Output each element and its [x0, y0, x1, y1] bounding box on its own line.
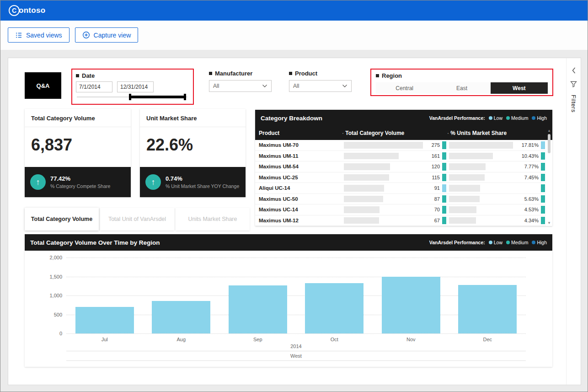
region-option-east[interactable]: East [433, 82, 490, 94]
table-body: Maximus UM-7027517.81%Maximus UM-1116110… [255, 140, 546, 226]
performance-indicator-medium [541, 152, 545, 160]
manufacturer-dropdown[interactable]: All [209, 80, 272, 92]
legend-item-high[interactable]: High [532, 115, 547, 121]
bar-jul[interactable] [75, 307, 134, 333]
capture-view-button[interactable]: Capture view [75, 27, 139, 43]
bar-sep[interactable] [229, 285, 287, 333]
data-bar [344, 163, 390, 170]
cell-value: 161 [432, 153, 440, 159]
table-row-aliqui-uc-14[interactable]: Aliqui UC-1491 [255, 183, 546, 194]
saved-views-label: Saved views [26, 32, 62, 39]
table-row-maximus-uc-50[interactable]: Maximus UC-50875.63% [255, 194, 546, 205]
bar-dec[interactable] [458, 285, 517, 333]
legend-item-low[interactable]: Low [489, 115, 502, 121]
data-bar [449, 217, 476, 224]
kpi-card-unit-market-share: Unit Market Share 22.6% ↑ 0.74% % Unit M… [140, 109, 246, 197]
bar-oct[interactable] [305, 283, 363, 333]
legend-item-medium[interactable]: Medium [506, 240, 528, 245]
filter-funnel-icon[interactable] [570, 81, 577, 87]
square-bullet-icon [209, 72, 212, 75]
performance-indicator-medium [541, 206, 545, 214]
table-row-maximus-um-70[interactable]: Maximus UM-7027517.81% [255, 140, 546, 151]
data-bar [449, 163, 486, 170]
column-header-product[interactable]: Product [255, 130, 342, 136]
volume-cell: 87 [342, 194, 447, 204]
date-slicer: Date [71, 69, 194, 105]
table-row-maximus-uc-14[interactable]: Maximus UC-14704.53% [255, 204, 546, 215]
legend-item-high[interactable]: High [532, 240, 547, 245]
legend-dot-icon [506, 241, 510, 244]
scrollbar-thumb[interactable] [548, 134, 551, 153]
cell-value: 10.43% [522, 153, 539, 159]
performance-indicator-medium [442, 174, 446, 182]
column-header-share[interactable]: % Units Market Share [447, 130, 546, 136]
up-arrow-icon: ↑ [145, 174, 161, 190]
scroll-down-icon[interactable]: ▾ [548, 220, 551, 225]
bar-nov[interactable] [382, 277, 440, 334]
data-bar [344, 174, 389, 181]
gridline [66, 315, 526, 315]
kpi-footer: ↑ 0.74% % Unit Market Share YOY Change [140, 167, 246, 197]
data-bar [449, 196, 480, 203]
performance-indicator-medium [442, 195, 446, 203]
legend-dot-icon [489, 116, 492, 120]
volume-cell: 67 [342, 215, 447, 226]
category-breakdown-panel: Category Breakdown VanArsdel Performance… [255, 110, 552, 226]
region-option-west[interactable]: West [491, 82, 548, 94]
cell-value: 275 [432, 142, 440, 148]
y-axis-label: 500 [33, 312, 62, 317]
slider-handle-end[interactable] [184, 94, 186, 100]
saved-views-button[interactable]: Saved views [8, 27, 69, 43]
tab-total-unit-of-vanarsdel[interactable]: Total Unit of VanArsdel [100, 208, 174, 231]
expand-panel-chevron-icon[interactable] [572, 67, 576, 74]
region-option-central[interactable]: Central [376, 82, 433, 94]
legend-item-low[interactable]: Low [489, 240, 502, 245]
slider-selected-range[interactable] [130, 96, 185, 98]
cell-value: 87 [434, 196, 440, 202]
product-dropdown[interactable]: All [289, 80, 352, 92]
filters-panel-collapsed: Filters [566, 58, 581, 385]
x-axis-label: Dec [449, 337, 526, 342]
scroll-up-icon[interactable]: ▴ [548, 128, 551, 133]
saved-views-icon [15, 32, 22, 39]
x-axis-label: Oct [296, 337, 373, 342]
table-column-headers: Product Total Category Volume % Units Ma… [255, 126, 552, 140]
column-header-volume[interactable]: Total Category Volume [342, 130, 447, 136]
table-scrollbar[interactable]: ▴ ▾ [546, 128, 552, 225]
cell-value: 120 [432, 164, 440, 169]
filters-label: Filters [570, 95, 577, 113]
plot-grid [66, 258, 526, 333]
product-label-text: Product [295, 70, 317, 77]
slider-handle-start[interactable] [129, 94, 131, 100]
chart-tabs: Total Category Volume Total Unit of VanA… [25, 208, 250, 231]
product-name: Aliqui UC-14 [255, 185, 342, 191]
volume-over-time-chart-panel: Total Category Volume Over Time by Regio… [25, 234, 552, 367]
product-name: Maximus UC-25 [255, 175, 342, 180]
table-row-maximus-um-11[interactable]: Maximus UM-1116110.43% [255, 151, 546, 162]
data-bar [344, 153, 399, 160]
data-bar [344, 185, 384, 192]
legend-item-medium[interactable]: Medium [506, 115, 528, 121]
date-end-input[interactable] [117, 81, 154, 92]
performance-indicator-medium [541, 195, 545, 203]
performance-indicator-medium [442, 152, 446, 160]
qna-button[interactable]: Q&A [25, 72, 61, 99]
data-bar [344, 206, 380, 213]
table-row-maximus-um-54[interactable]: Maximus UM-541207.77% [255, 161, 546, 172]
page-background: Q&A Date [0, 50, 588, 392]
date-range-slider[interactable] [77, 94, 187, 100]
tab-units-market-share[interactable]: Units Market Share [176, 208, 250, 231]
table-row-maximus-uc-25[interactable]: Maximus UC-251157.45% [255, 172, 546, 183]
date-start-input[interactable] [76, 81, 112, 92]
share-cell: 17.81% [447, 140, 546, 150]
bar-aug[interactable] [152, 301, 210, 333]
legend-label: Low [494, 115, 502, 121]
legend-dot-icon [506, 116, 510, 120]
up-arrow-icon: ↑ [30, 174, 46, 190]
kpi-card-total-category-volume: Total Category Volume 6,837 ↑ 77.42% % C… [25, 109, 131, 197]
table-row-maximus-um-12[interactable]: Maximus UM-12674.34% [255, 215, 546, 226]
tab-total-category-volume[interactable]: Total Category Volume [25, 208, 99, 231]
share-cell: 7.45% [447, 172, 546, 183]
cell-value: 17.81% [522, 142, 539, 148]
cell-value: 4.53% [524, 207, 539, 212]
